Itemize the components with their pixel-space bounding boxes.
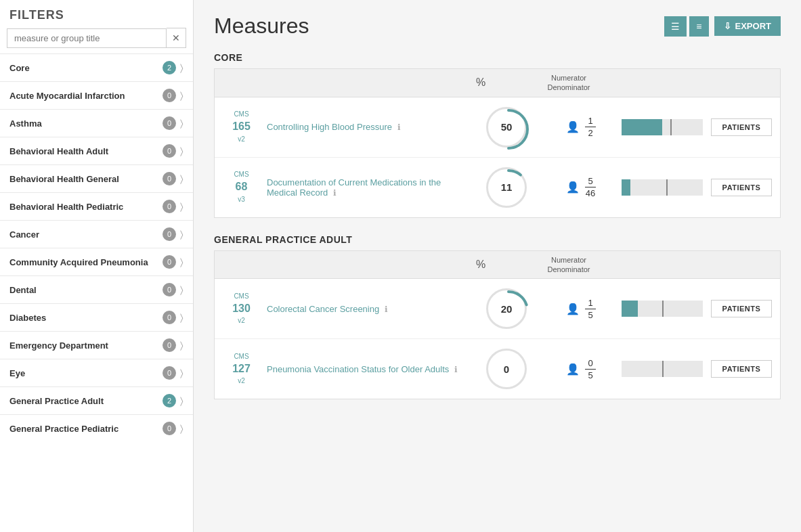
sidebar-item-label: Community Acquired Pneumonia <box>9 257 163 267</box>
measure-name[interactable]: Controlling High Blood Pressure ℹ <box>260 122 473 132</box>
chevron-right-icon: 〉 <box>180 90 183 102</box>
th-percent: % <box>447 76 515 89</box>
bar-fill <box>622 119 662 135</box>
percent-circle: 50 <box>486 107 527 148</box>
chevron-right-icon: 〉 <box>180 201 183 213</box>
bar-wrap <box>622 361 703 377</box>
section-title: CORE <box>214 52 781 63</box>
numerator: 1 <box>585 298 596 309</box>
cms-label: CMS <box>223 110 260 119</box>
th-percent: % <box>447 259 515 271</box>
sidebar-item-behavioral-health-adult[interactable]: Behavioral Health Adult 0 〉 <box>0 137 193 164</box>
section-title: GENERAL PRACTICE ADULT <box>214 234 781 245</box>
sidebar-badge: 0 <box>163 255 176 269</box>
patients-button[interactable]: PATIENTS <box>711 118 772 136</box>
numerator-denominator: 👤 5 46 <box>540 176 622 198</box>
cms-version: v2 <box>223 376 260 386</box>
measure-name[interactable]: Colorectal Cancer Screening ℹ <box>260 304 473 314</box>
cms-number: 130 <box>223 301 260 316</box>
percent-value: 50 <box>501 121 513 133</box>
numerator-denominator: 👤 1 5 <box>540 298 622 320</box>
search-input[interactable] <box>7 28 167 48</box>
sidebar-badge: 0 <box>163 338 176 352</box>
sidebar-badge: 0 <box>163 366 176 380</box>
denominator: 5 <box>585 309 596 320</box>
export-label: EXPORT <box>735 21 771 31</box>
view-buttons: ☰ ≡ <box>664 16 708 37</box>
sections-container: CORE % NumeratorDenominator CMS 165 v2 C… <box>214 52 781 399</box>
sidebar-item-core[interactable]: Core 2 〉 <box>0 53 193 81</box>
patients-button[interactable]: PATIENTS <box>711 179 772 196</box>
chevron-right-icon: 〉 <box>180 423 183 435</box>
patients-button[interactable]: PATIENTS <box>711 300 772 317</box>
bar-fill <box>622 301 638 317</box>
sidebar-item-asthma[interactable]: Asthma 0 〉 <box>0 109 193 137</box>
sidebar-item-label: Behavioral Health General <box>9 174 163 184</box>
sidebar-item-label: Dental <box>9 285 163 295</box>
cms-info: CMS 127 v2 <box>223 352 260 386</box>
export-icon: ⇩ <box>724 21 731 31</box>
bar-fill <box>622 179 630 196</box>
sidebar-item-label: Behavioral Health Adult <box>9 146 163 156</box>
cms-number: 127 <box>223 361 260 376</box>
numerator-denominator: 👤 0 5 <box>540 358 622 380</box>
section-general-practice-adult: GENERAL PRACTICE ADULT % NumeratorDenomi… <box>214 234 781 400</box>
fraction: 5 46 <box>585 176 596 198</box>
export-button[interactable]: ⇩ EXPORT <box>714 16 781 36</box>
sidebar-item-general-practice-pediatric[interactable]: General Practice Pediatric 0 〉 <box>0 414 193 442</box>
patients-button[interactable]: PATIENTS <box>711 360 772 378</box>
sidebar: FILTERS ✕ Core 2 〉 Acute Myocardial Infa… <box>0 0 194 532</box>
measure-name[interactable]: Pneumonia Vaccination Status for Older A… <box>260 364 473 374</box>
sidebar-item-acute-myocardial[interactable]: Acute Myocardial Infarction 0 〉 <box>0 81 193 109</box>
bar-wrap <box>622 179 703 196</box>
table-header-row: % NumeratorDenominator <box>215 69 780 97</box>
sidebar-item-label: Core <box>9 63 163 73</box>
bar-marker <box>666 179 668 196</box>
chevron-right-icon: 〉 <box>180 62 183 74</box>
measures-table: % NumeratorDenominator CMS 130 v2 Colore… <box>214 250 781 400</box>
table-header-row: % NumeratorDenominator <box>215 251 780 280</box>
sidebar-item-cancer[interactable]: Cancer 0 〉 <box>0 220 193 248</box>
sidebar-item-label: Cancer <box>9 229 163 240</box>
sidebar-title: FILTERS <box>0 0 193 28</box>
cms-version: v2 <box>223 316 260 326</box>
sidebar-item-behavioral-health-pediatric[interactable]: Behavioral Health Pediatric 0 〉 <box>0 192 193 220</box>
th-numden: NumeratorDenominator <box>515 73 623 93</box>
chevron-right-icon: 〉 <box>180 340 183 351</box>
sidebar-item-general-practice-adult[interactable]: General Practice Adult 2 〉 <box>0 386 193 414</box>
sidebar-badge: 0 <box>163 116 176 130</box>
main-content: Measures ☰ ≡ ⇩ EXPORT CORE % NumeratorDe… <box>194 0 801 532</box>
percent-circle: 20 <box>486 288 527 329</box>
measure-name[interactable]: Documentation of Current Medications in … <box>260 177 473 198</box>
section-core: CORE % NumeratorDenominator CMS 165 v2 C… <box>214 52 781 218</box>
info-icon: ℹ <box>385 305 388 314</box>
info-icon: ℹ <box>454 365 458 374</box>
sidebar-item-community-acquired-pneumonia[interactable]: Community Acquired Pneumonia 0 〉 <box>0 248 193 275</box>
sidebar-item-diabetes[interactable]: Diabetes 0 〉 <box>0 303 193 331</box>
sidebar-item-eye[interactable]: Eye 0 〉 <box>0 359 193 386</box>
clear-search-button[interactable]: ✕ <box>167 28 186 48</box>
sidebar-item-emergency-department[interactable]: Emergency Department 0 〉 <box>0 331 193 359</box>
percent-value: 20 <box>501 303 513 315</box>
sidebar-item-behavioral-health-general[interactable]: Behavioral Health General 0 〉 <box>0 164 193 192</box>
sidebar-item-dental[interactable]: Dental 0 〉 <box>0 275 193 303</box>
cms-number: 68 <box>223 179 260 194</box>
sidebar-badge: 0 <box>163 172 176 185</box>
cms-info: CMS 68 v3 <box>223 170 260 204</box>
info-icon: ℹ <box>397 123 401 132</box>
sidebar-badge: 0 <box>163 89 176 102</box>
chevron-right-icon: 〉 <box>180 395 183 407</box>
view-list-button[interactable]: ≡ <box>689 16 708 37</box>
person-icon: 👤 <box>566 181 580 194</box>
cms-info: CMS 130 v2 <box>223 292 260 326</box>
sidebar-badge: 0 <box>163 283 176 296</box>
cms-info: CMS 165 v2 <box>223 110 260 143</box>
chevron-right-icon: 〉 <box>180 229 183 240</box>
chevron-right-icon: 〉 <box>180 312 183 324</box>
sidebar-item-label: Acute Myocardial Infarction <box>9 91 163 101</box>
fraction: 1 5 <box>585 298 596 320</box>
sidebar-badge: 0 <box>163 311 176 324</box>
chevron-right-icon: 〉 <box>180 257 183 268</box>
numerator-denominator: 👤 1 2 <box>540 116 622 138</box>
view-dense-button[interactable]: ☰ <box>664 16 687 37</box>
